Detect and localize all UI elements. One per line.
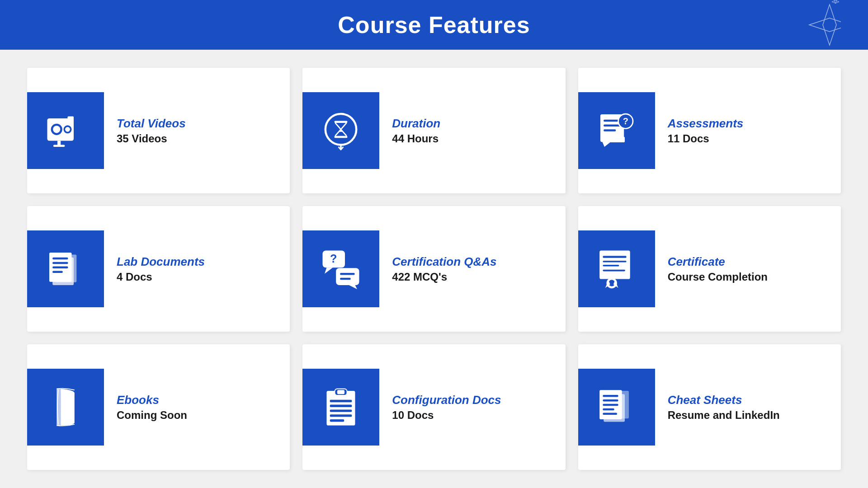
svg-rect-44: [330, 409, 352, 412]
lab-documents-title: Lab Documents: [117, 255, 205, 269]
svg-rect-53: [603, 408, 614, 411]
svg-rect-18: [602, 137, 625, 143]
certificate-value: Course Completion: [668, 271, 768, 283]
cheat-sheets-icon-box: [578, 369, 655, 446]
clock-icon: [321, 110, 361, 151]
certificate-text: Certificate Course Completion: [668, 255, 768, 283]
card-lab-documents: Lab Documents 4 Docs: [27, 206, 290, 332]
duration-value: 44 Hours: [392, 132, 440, 145]
svg-rect-32: [603, 256, 626, 258]
configuration-docs-title: Configuration Docs: [392, 393, 501, 407]
svg-rect-10: [335, 136, 348, 138]
svg-rect-6: [53, 145, 65, 147]
certificate-icon: [596, 249, 637, 289]
svg-rect-46: [330, 419, 344, 422]
total-videos-value: 35 Videos: [117, 132, 186, 145]
features-grid: Total Videos 35 Videos Duration: [0, 50, 868, 488]
configuration-docs-text: Configuration Docs 10 Docs: [392, 393, 501, 422]
cheat-sheets-text: Cheat Sheets Resume and LinkedIn: [668, 393, 780, 422]
svg-rect-50: [603, 395, 618, 397]
certificate-icon-box: [578, 230, 655, 307]
svg-rect-41: [337, 390, 344, 394]
svg-rect-45: [330, 414, 352, 417]
assessment-icon: ?: [596, 110, 637, 151]
total-videos-title: Total Videos: [117, 117, 186, 131]
lab-documents-text: Lab Documents 4 Docs: [117, 255, 205, 283]
certification-qas-title: Certification Q&As: [392, 255, 496, 269]
card-ebooks: Ebooks Coming Soon: [27, 344, 290, 470]
total-videos-text: Total Videos 35 Videos: [117, 117, 186, 145]
configuration-docs-icon-box: [302, 369, 379, 446]
svg-rect-9: [335, 121, 348, 123]
svg-rect-22: [52, 258, 68, 260]
svg-rect-29: [340, 273, 355, 275]
cheatsheet-icon: [596, 387, 637, 427]
cheat-sheets-title: Cheat Sheets: [668, 393, 780, 407]
svg-point-2: [53, 126, 60, 133]
svg-rect-24: [52, 267, 68, 269]
qa-icon: ?: [321, 249, 361, 289]
card-certificate: Certificate Course Completion: [578, 206, 841, 332]
svg-rect-14: [604, 125, 621, 127]
card-duration: Duration 44 Hours: [302, 68, 565, 193]
assessments-text: Assessments 11 Docs: [668, 117, 744, 145]
duration-title: Duration: [392, 117, 440, 131]
card-total-videos: Total Videos 35 Videos: [27, 68, 290, 193]
lab-documents-icon-box: [27, 230, 104, 307]
ebooks-icon-box: [27, 369, 104, 446]
svg-rect-51: [603, 399, 618, 402]
svg-rect-28: [336, 268, 359, 285]
config-icon: [321, 387, 361, 427]
svg-rect-42: [330, 400, 352, 402]
svg-rect-15: [604, 129, 616, 131]
svg-rect-7: [68, 117, 74, 121]
card-assessments: ? Assessments 11 Docs: [578, 68, 841, 193]
svg-rect-30: [340, 278, 351, 280]
configuration-docs-value: 10 Docs: [392, 409, 501, 422]
ebook-icon: [45, 387, 86, 427]
svg-rect-33: [603, 261, 626, 263]
svg-rect-54: [603, 413, 617, 415]
ebooks-text: Ebooks Coming Soon: [117, 393, 187, 422]
svg-point-4: [65, 127, 70, 132]
page-header: Course Features: [0, 0, 868, 50]
ebooks-title: Ebooks: [117, 393, 187, 407]
svg-rect-23: [52, 262, 68, 264]
certificate-title: Certificate: [668, 255, 768, 269]
lab-documents-value: 4 Docs: [117, 271, 205, 283]
ebooks-value: Coming Soon: [117, 409, 187, 422]
assessments-icon-box: ?: [578, 92, 655, 169]
certification-qas-icon-box: ?: [302, 230, 379, 307]
certification-qas-value: 422 MCQ's: [392, 271, 496, 283]
cheat-sheets-value: Resume and LinkedIn: [668, 409, 780, 422]
card-certification-qas: ? Certification Q&As 422 MCQ's: [302, 206, 565, 332]
svg-rect-25: [52, 271, 63, 273]
video-icon: [45, 110, 86, 151]
svg-rect-52: [603, 404, 618, 406]
svg-text:?: ?: [330, 252, 337, 265]
total-videos-icon-box: [27, 92, 104, 169]
certification-qas-text: Certification Q&As 422 MCQ's: [392, 255, 496, 283]
star-decoration: [787, 0, 841, 54]
card-cheat-sheets: Cheat Sheets Resume and LinkedIn: [578, 344, 841, 470]
assessments-value: 11 Docs: [668, 132, 744, 145]
card-configuration-docs: Configuration Docs 10 Docs: [302, 344, 565, 470]
documents-icon: [45, 249, 86, 289]
duration-text: Duration 44 Hours: [392, 117, 440, 145]
assessments-title: Assessments: [668, 117, 744, 131]
svg-rect-43: [330, 405, 352, 407]
svg-rect-34: [603, 265, 619, 267]
svg-text:?: ?: [623, 116, 628, 126]
duration-icon-box: [302, 92, 379, 169]
page-title: Course Features: [338, 11, 530, 38]
svg-rect-35: [603, 270, 625, 272]
